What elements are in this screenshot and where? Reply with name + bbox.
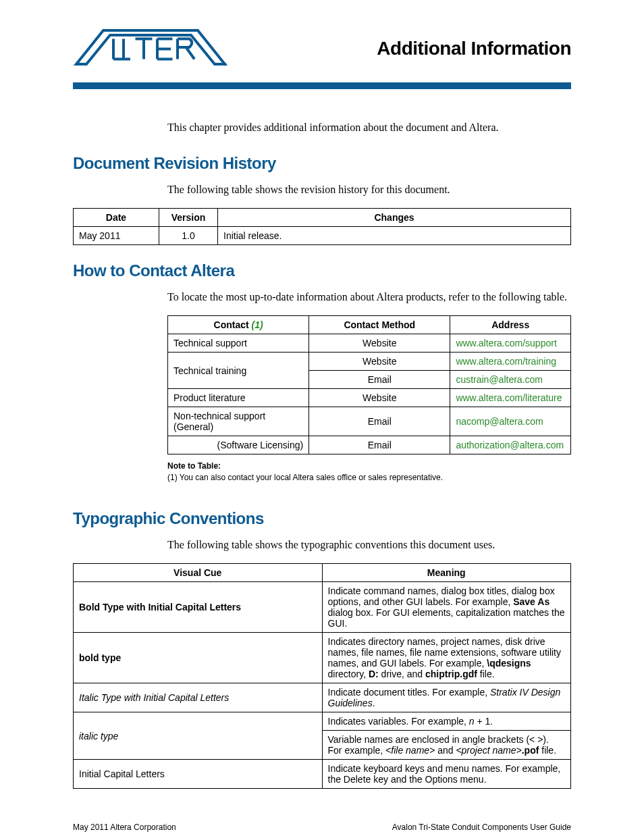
contact-table: Contact (1) Contact Method Address Techn… bbox=[167, 315, 571, 454]
col-visual-cue: Visual Cue bbox=[74, 564, 323, 582]
cell-address: www.altera.com/literature bbox=[450, 389, 571, 407]
footer-right: Avalon Tri-State Conduit Components User… bbox=[392, 823, 571, 832]
text: directory, bbox=[328, 669, 369, 679]
col-date: Date bbox=[74, 209, 159, 227]
cell-address: custrain@altera.com bbox=[450, 371, 571, 389]
col-address: Address bbox=[450, 316, 571, 334]
link[interactable]: nacomp@altera.com bbox=[456, 416, 543, 427]
col-contact: Contact (1) bbox=[168, 316, 309, 334]
cell-meaning: Indicate keyboard keys and menu names. F… bbox=[322, 760, 571, 789]
table-row: Italic Type with Initial Capital Letters… bbox=[74, 683, 571, 712]
cell-contact: Non-technical support (General) bbox=[168, 407, 309, 436]
cell-method: Website bbox=[309, 353, 450, 371]
altera-logo: R bbox=[73, 27, 228, 70]
link[interactable]: www.altera.com/literature bbox=[456, 392, 562, 403]
cell-address: authorization@altera.com bbox=[450, 436, 571, 454]
table-row: (Software Licensing) Email authorization… bbox=[168, 436, 571, 454]
link[interactable]: authorization@altera.com bbox=[456, 440, 564, 450]
cell-cue: Initial Capital Letters bbox=[74, 760, 323, 789]
italic-text: <project name> bbox=[456, 745, 521, 756]
page-title: Additional Information bbox=[377, 38, 571, 59]
table-row: Technical support Website www.altera.com… bbox=[168, 334, 571, 353]
bold-text: .pof bbox=[522, 745, 539, 756]
chapter-intro: This chapter provides additional informa… bbox=[167, 122, 571, 134]
cell-method: Email bbox=[309, 371, 450, 389]
section-heading-contact: How to Contact Altera bbox=[73, 261, 571, 280]
bold-text: chiptrip.gdf bbox=[425, 669, 477, 679]
cell-meaning: Indicate document titles. For example, S… bbox=[322, 683, 571, 712]
section-heading-revision: Document Revision History bbox=[73, 154, 571, 173]
table-row: italic type Indicates variables. For exa… bbox=[74, 712, 571, 731]
footer-left: May 2011 Altera Corporation bbox=[73, 823, 176, 832]
cell-contact: Technical training bbox=[168, 353, 309, 389]
footnote-ref: (1) bbox=[252, 319, 263, 330]
table-row: May 2011 1.0 Initial release. bbox=[74, 227, 571, 245]
revision-table: Date Version Changes May 2011 1.0 Initia… bbox=[73, 208, 571, 245]
table-row: Technical training Website www.altera.co… bbox=[168, 353, 571, 371]
section-intro-revision: The following table shows the revision h… bbox=[167, 184, 571, 196]
text: Indicates variables. For example, bbox=[328, 716, 469, 727]
table-row: bold type Indicates directory names, pro… bbox=[74, 633, 571, 683]
section-intro-typo: The following table shows the typographi… bbox=[167, 539, 571, 551]
typographic-table: Visual Cue Meaning Bold Type with Initia… bbox=[73, 563, 571, 789]
cell-method: Website bbox=[309, 334, 450, 353]
cell-changes: Initial release. bbox=[218, 227, 571, 245]
link[interactable]: www.altera.com/support bbox=[456, 338, 556, 348]
cell-meaning: Indicates variables. For example, n + 1. bbox=[322, 712, 571, 731]
page-footer: May 2011 Altera Corporation Avalon Tri-S… bbox=[73, 823, 571, 832]
bold-text: Save As bbox=[513, 596, 549, 607]
cell-date: May 2011 bbox=[74, 227, 159, 245]
text: Indicate document titles. For example, bbox=[328, 687, 490, 698]
cell-cue: Bold Type with Initial Capital Letters bbox=[74, 582, 323, 633]
page-header: R Additional Information bbox=[73, 27, 571, 70]
cell-address: www.altera.com/support bbox=[450, 334, 571, 353]
bold-text: D: bbox=[369, 669, 379, 679]
cell-meaning: Indicate command names, dialog box title… bbox=[322, 582, 571, 633]
text: drive, and bbox=[379, 669, 425, 679]
text: file. bbox=[539, 745, 556, 756]
table-row: Non-technical support (General) Email na… bbox=[168, 407, 571, 436]
col-changes: Changes bbox=[218, 209, 571, 227]
cell-meaning: Variable names are enclosed in angle bra… bbox=[322, 731, 571, 760]
note-text: (1) You can also contact your local Alte… bbox=[167, 473, 571, 482]
svg-text:R: R bbox=[224, 63, 226, 66]
table-header-row: Contact (1) Contact Method Address bbox=[168, 316, 571, 334]
note-label: Note to Table: bbox=[167, 461, 571, 471]
section-heading-typo: Typographic Conventions bbox=[73, 509, 571, 528]
bold-text: \qdesigns bbox=[487, 658, 531, 669]
col-version: Version bbox=[159, 209, 218, 227]
cell-method: Website bbox=[309, 389, 450, 407]
text: + 1. bbox=[475, 716, 493, 727]
cell-cue: bold type bbox=[74, 633, 323, 683]
cell-contact: Technical support bbox=[168, 334, 309, 353]
link[interactable]: www.altera.com/training bbox=[456, 356, 556, 367]
table-header-row: Date Version Changes bbox=[74, 209, 571, 227]
cell-address: www.altera.com/training bbox=[450, 353, 571, 371]
table-row: Product literature Website www.altera.co… bbox=[168, 389, 571, 407]
text: . bbox=[373, 698, 375, 708]
cell-contact: (Software Licensing) bbox=[168, 436, 309, 454]
col-method: Contact Method bbox=[309, 316, 450, 334]
text: dialog box. For GUI elements, capitaliza… bbox=[328, 607, 565, 629]
cell-cue: italic type bbox=[74, 712, 323, 760]
cell-method: Email bbox=[309, 407, 450, 436]
cell-method: Email bbox=[309, 436, 450, 454]
table-header-row: Visual Cue Meaning bbox=[74, 564, 571, 582]
link[interactable]: custrain@altera.com bbox=[456, 374, 543, 385]
col-contact-label: Contact bbox=[214, 319, 249, 330]
italic-text: n bbox=[469, 716, 475, 727]
cell-address: nacomp@altera.com bbox=[450, 407, 571, 436]
cell-contact: Product literature bbox=[168, 389, 309, 407]
cell-meaning: Indicates directory names, project names… bbox=[322, 633, 571, 683]
section-intro-contact: To locate the most up-to-date informatio… bbox=[167, 291, 571, 303]
cell-version: 1.0 bbox=[159, 227, 218, 245]
cell-cue: Italic Type with Initial Capital Letters bbox=[74, 683, 323, 712]
italic-text: <file name> bbox=[385, 745, 435, 756]
col-meaning: Meaning bbox=[322, 564, 571, 582]
header-divider bbox=[73, 82, 571, 89]
table-row: Bold Type with Initial Capital Letters I… bbox=[74, 582, 571, 633]
table-row: Initial Capital Letters Indicate keyboar… bbox=[74, 760, 571, 789]
text: and bbox=[435, 745, 456, 756]
text: file. bbox=[477, 669, 495, 679]
